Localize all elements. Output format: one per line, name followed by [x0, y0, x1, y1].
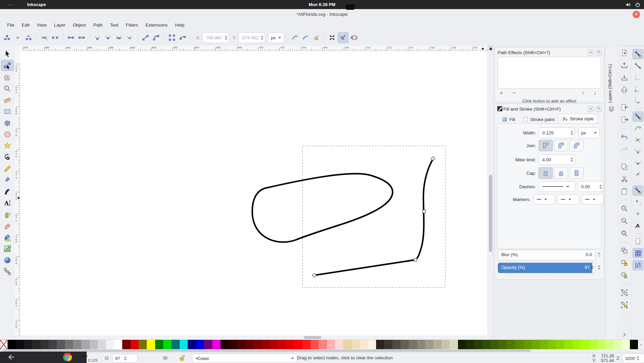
palette-swatch[interactable] [286, 340, 294, 349]
corner-node-button[interactable] [92, 33, 102, 43]
path-node-diamond[interactable] [312, 273, 317, 278]
redo-button[interactable] [619, 145, 629, 154]
eraser-tool-button[interactable] [1, 220, 13, 231]
palette-swatch[interactable] [237, 340, 245, 349]
palette-swatch[interactable] [155, 340, 163, 349]
open-button[interactable] [619, 61, 629, 70]
palette-swatch[interactable] [90, 340, 98, 349]
width-spinner[interactable] [570, 131, 573, 135]
new-document-button[interactable] [619, 48, 629, 58]
tab-fill[interactable]: Fill [498, 115, 519, 124]
bbox-midpoints-button[interactable] [633, 95, 643, 105]
add-effect-button[interactable]: + [500, 90, 503, 96]
ungroup-button[interactable] [619, 300, 629, 310]
menu-filters[interactable]: Filters [122, 23, 142, 28]
panel-close-icon[interactable]: ✕ [596, 50, 602, 55]
zoom-page-button[interactable] [619, 229, 629, 238]
horizontal-scrollbar-thumb[interactable] [304, 336, 321, 339]
palette-swatch[interactable] [343, 340, 351, 349]
palette-swatch[interactable] [270, 340, 278, 349]
palette-swatch[interactable] [114, 340, 122, 349]
clone-button[interactable] [619, 258, 629, 268]
zoom-level-field[interactable]: 3200 [622, 354, 644, 363]
path-node-square[interactable] [414, 258, 417, 261]
palette-swatch[interactable] [122, 340, 130, 349]
palette-swatch[interactable] [229, 340, 237, 349]
statusbar-opacity-spinner[interactable] [124, 356, 127, 361]
auto-node-button[interactable] [125, 33, 135, 43]
palette-swatch[interactable] [294, 340, 302, 349]
palette-swatch[interactable] [311, 340, 319, 349]
panel-resize-handle[interactable]: ··· [495, 273, 604, 277]
palette-swatch[interactable] [474, 340, 482, 349]
snap-enabled-button[interactable] [633, 49, 643, 59]
palette-swatch[interactable] [515, 340, 523, 349]
snap-paths-button[interactable] [633, 124, 643, 133]
expand-button[interactable] [619, 330, 629, 339]
snap-cusp-button[interactable] [633, 147, 643, 156]
y-coord-field[interactable]: 574.062 [238, 32, 265, 43]
current-layer-dropdown[interactable]: •Coast [192, 354, 297, 363]
palette-swatch[interactable] [106, 340, 114, 349]
grid-button[interactable] [633, 248, 643, 258]
drawing-canvas[interactable] [20, 51, 488, 335]
snap-midpoints-button[interactable] [633, 169, 643, 179]
snap-bbox-button[interactable] [633, 61, 643, 71]
palette-swatch[interactable] [131, 340, 139, 349]
palette-swatch[interactable] [581, 340, 589, 349]
palette-swatch[interactable] [425, 340, 433, 349]
x-coord-field[interactable]: 700.967 [202, 32, 229, 43]
palette-swatch[interactable] [180, 340, 188, 349]
unit-dropdown[interactable]: px [268, 32, 284, 43]
palette-swatch[interactable] [221, 340, 229, 349]
palette-swatch[interactable] [523, 340, 532, 349]
join-segment-button[interactable] [66, 33, 76, 43]
snap-intersections-button[interactable] [633, 135, 643, 145]
make-line-button[interactable] [140, 33, 150, 43]
chrome-icon[interactable] [63, 353, 72, 362]
smooth-node-button[interactable] [103, 33, 113, 43]
statusbar-opacity-field[interactable]: 97 [112, 354, 138, 363]
guides-button[interactable] [633, 260, 643, 270]
path-node-square[interactable] [423, 210, 426, 213]
palette-swatch[interactable] [57, 340, 65, 349]
show-mask-button[interactable] [301, 33, 311, 43]
opacity-spinner[interactable] [596, 263, 602, 273]
power-icon[interactable] [635, 2, 641, 8]
marker-dropdown-1[interactable] [533, 194, 555, 204]
selector-tool-button[interactable] [1, 48, 13, 59]
spray-tool-button[interactable] [1, 209, 13, 219]
group-button[interactable] [619, 288, 629, 297]
palette-swatch[interactable] [196, 340, 204, 349]
duplicate-button[interactable] [619, 246, 629, 255]
dash-offset-field[interactable]: 0.00 [578, 181, 604, 192]
object-to-path-button[interactable] [167, 33, 177, 43]
join-round-button[interactable] [554, 140, 568, 151]
path-outline-button[interactable] [349, 33, 359, 43]
palette-swatch[interactable] [360, 340, 368, 349]
menu-file[interactable]: File [3, 23, 18, 28]
palette-swatch[interactable] [433, 340, 442, 349]
layer-visibility-eye-icon[interactable] [162, 355, 169, 361]
delete-node-button[interactable] [24, 33, 34, 43]
menu-edit[interactable]: Edit [18, 23, 33, 28]
palette-swatch[interactable] [482, 340, 491, 349]
marker-dropdown-3[interactable] [582, 194, 604, 204]
menu-view[interactable]: View [33, 23, 50, 28]
star-tool-button[interactable] [1, 140, 13, 151]
palette-swatch[interactable] [507, 340, 515, 349]
import-button[interactable] [619, 103, 629, 112]
palette-swatch[interactable] [81, 340, 89, 349]
palette-swatch[interactable] [65, 340, 73, 349]
zoom-spinner[interactable] [637, 356, 639, 361]
menu-chevron-button[interactable] [13, 33, 23, 43]
stroke-indicator-value[interactable]: 0.125 [88, 358, 98, 362]
palette-swatch[interactable] [450, 340, 458, 349]
rotation-centers-button[interactable] [633, 209, 643, 218]
vertical-scrollbar[interactable] [488, 51, 493, 335]
move-effect-up-button[interactable]: ↑ [582, 90, 585, 96]
back-arrow-icon[interactable] [7, 353, 15, 361]
palette-swatch[interactable] [384, 340, 392, 349]
miter-limit-field[interactable]: 4.00 [539, 154, 575, 165]
pencil-tool-button[interactable] [1, 163, 13, 174]
